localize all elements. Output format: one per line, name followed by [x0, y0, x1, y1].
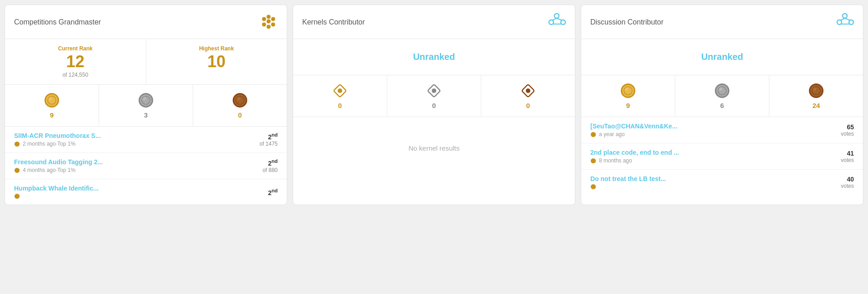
entry-meta: a year ago [590, 131, 822, 137]
medal-box-bronze: 0 [193, 85, 287, 126]
svg-line-26 [552, 18, 557, 20]
entry-row[interactable]: [SeuTao@CHAN&Venn&Ke... a year ago65vote… [581, 117, 863, 143]
medal-icon-bronze [808, 83, 824, 99]
panel-kernels: Kernels Contributor Unranked 0 0 0No ker… [293, 5, 575, 205]
medal-count-gold: 9 [586, 102, 670, 109]
panel-discussion: Discussion Contributor Unranked 9 6 24[S… [581, 5, 863, 205]
entry-row[interactable]: 2nd place code, end to end ... 8 months … [581, 143, 863, 170]
medal-icon-gold [332, 83, 348, 99]
unranked-section: Unranked [293, 39, 575, 75]
medal-count-silver: 6 [680, 102, 764, 109]
medal-count-gold: 9 [10, 111, 94, 119]
entry-title[interactable]: [SeuTao@CHAN&Venn&Ke... [590, 122, 822, 130]
entry-place: 2nd [246, 132, 278, 141]
current-rank-box: Current Rank 12 of 124,550 [5, 39, 146, 84]
entry-row[interactable]: SIIM-ACR Pneumothorax S... 2 months ago·… [5, 127, 287, 153]
entry-meta: 4 months ago·Top 1% [14, 167, 246, 173]
contributor-icon [836, 12, 854, 32]
entry-meta: 2 months ago·Top 1% [14, 141, 246, 147]
medal-icon-gold [44, 92, 60, 108]
medal-icon-bronze [232, 92, 248, 108]
medal-box-silver: 0 [387, 75, 481, 117]
no-results-text: No kernel results [293, 117, 575, 179]
entry-right: 41votes [822, 150, 854, 163]
entry-left: [SeuTao@CHAN&Venn&Ke... a year ago [590, 122, 822, 137]
panel-title-discussion: Discussion Contributor [590, 18, 663, 26]
entry-meta-text: 2 months ago·Top 1% [23, 141, 75, 147]
rank-section: Current Rank 12 of 124,550 Highest Rank … [5, 39, 287, 85]
svg-point-35 [849, 20, 853, 24]
entry-title[interactable]: 2nd place code, end to end ... [590, 149, 822, 156]
svg-point-6 [266, 19, 271, 24]
medal-box-silver: 6 [675, 75, 769, 117]
entry-right: 40votes [822, 176, 854, 189]
entry-meta-text: 8 months ago [599, 157, 632, 164]
entry-votes-label: votes [822, 157, 854, 163]
medal-box-gold: 9 [581, 75, 675, 117]
entry-row[interactable]: Do not treat the LB test... 40votes [581, 170, 863, 195]
entry-left: Freesound Audio Tagging 2... 4 months ag… [14, 158, 246, 173]
entry-row[interactable]: Freesound Audio Tagging 2... 4 months ag… [5, 153, 287, 179]
contributor-icon [548, 12, 566, 32]
entry-title[interactable]: Do not treat the LB test... [590, 175, 822, 182]
medal-count-bronze: 0 [486, 102, 570, 109]
entry-left: Do not treat the LB test... [590, 175, 822, 190]
panel-competitions: Competitions Grandmaster Current Rank 12… [5, 5, 287, 205]
svg-point-23 [561, 20, 565, 24]
svg-point-0 [266, 15, 271, 19]
highest-rank-number: 10 [154, 54, 280, 70]
medal-count-bronze: 24 [774, 102, 858, 109]
panel-title-competitions: Competitions Grandmaster [14, 18, 101, 26]
medal-icon-silver [138, 92, 154, 108]
medal-box-bronze: 0 [481, 75, 575, 117]
entry-title[interactable]: Freesound Audio Tagging 2... [14, 158, 246, 166]
svg-point-2 [271, 22, 275, 27]
unranked-text: Unranked [413, 52, 455, 62]
svg-point-5 [262, 17, 266, 21]
current-rank-label: Current Rank [12, 45, 139, 52]
svg-point-4 [262, 22, 266, 27]
medal-box-gold: 9 [5, 85, 99, 126]
entry-votes-label: votes [822, 131, 854, 137]
highest-rank-box: Highest Rank 10 [146, 39, 287, 84]
svg-point-21 [15, 194, 20, 199]
medal-icon-silver [426, 83, 442, 99]
entry-place: 2nd [246, 158, 278, 167]
entry-right: 2ndof 1475 [246, 132, 278, 147]
svg-line-37 [845, 18, 850, 20]
svg-point-52 [591, 132, 596, 137]
medal-count-gold: 0 [298, 102, 382, 109]
entries-section: [SeuTao@CHAN&Venn&Ke... a year ago65vote… [581, 117, 863, 205]
medals-section: 9 6 24 [581, 75, 863, 117]
entry-row[interactable]: Humpback Whale Identific... 2nd [5, 179, 287, 205]
entry-title[interactable]: Humpback Whale Identific... [14, 185, 246, 192]
entry-title[interactable]: SIIM-ACR Pneumothorax S... [14, 132, 246, 139]
highest-rank-label: Highest Rank [154, 45, 280, 52]
entry-votes: 41 [822, 150, 854, 157]
svg-line-38 [840, 18, 845, 20]
medal-count-silver: 0 [392, 102, 476, 109]
entry-meta [14, 193, 246, 199]
rank-total: of 124,550 [12, 72, 139, 78]
entry-votes: 40 [822, 176, 854, 183]
entry-meta: 8 months ago [590, 157, 822, 164]
panels-container: Competitions Grandmaster Current Rank 12… [5, 5, 863, 205]
svg-point-34 [843, 14, 847, 18]
medal-box-bronze: 24 [769, 75, 863, 117]
svg-point-24 [549, 20, 554, 24]
medal-box-silver: 3 [99, 85, 193, 126]
medal-icon-bronze [520, 83, 536, 99]
medals-section: 0 0 0 [293, 75, 575, 117]
entry-of: of 880 [246, 167, 278, 173]
medal-icon-gold [620, 83, 636, 99]
entries-section: SIIM-ACR Pneumothorax S... 2 months ago·… [5, 127, 287, 205]
svg-point-19 [15, 141, 20, 146]
svg-point-1 [271, 17, 275, 21]
svg-point-31 [432, 88, 436, 93]
svg-point-54 [591, 184, 596, 189]
svg-point-22 [554, 14, 559, 18]
entry-meta-text: a year ago [599, 131, 625, 137]
panel-header-competitions: Competitions Grandmaster [5, 5, 287, 39]
unranked-section: Unranked [581, 39, 863, 75]
entry-votes-label: votes [822, 183, 854, 189]
